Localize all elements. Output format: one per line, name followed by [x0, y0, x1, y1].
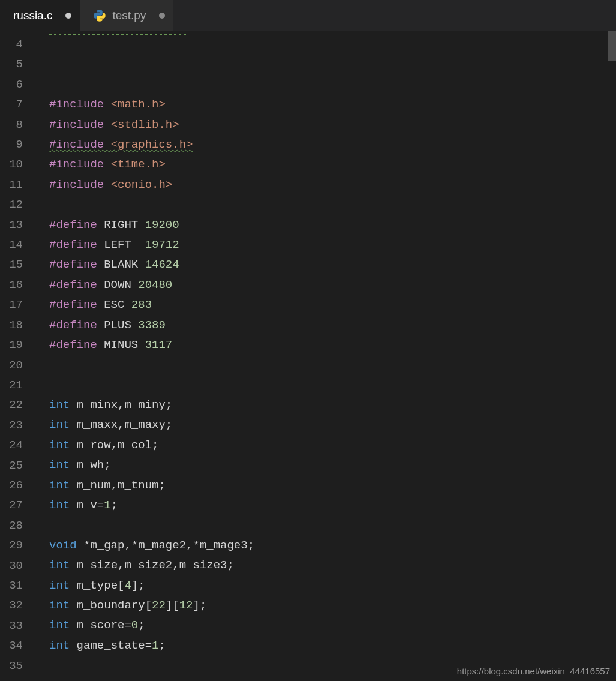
line-number: 29	[0, 536, 35, 556]
code-line[interactable]: #define ESC 283	[49, 295, 616, 315]
line-number: 22	[0, 395, 35, 415]
line-number: 28	[0, 516, 35, 536]
tab-russia-c[interactable]: russia.c	[0, 0, 80, 31]
line-number: 30	[0, 556, 35, 576]
line-number: 24	[0, 436, 35, 455]
line-number: 11	[0, 175, 35, 195]
line-number: 15	[0, 255, 35, 275]
line-number-gutter: 4567891011121314151617181920212223242526…	[0, 31, 35, 681]
line-number: 17	[0, 295, 35, 315]
line-number: 18	[0, 316, 35, 335]
code-line[interactable]: #define LEFT 19712	[49, 235, 616, 255]
code-line[interactable]: int m_num,m_tnum;	[49, 476, 616, 496]
code-line[interactable]	[49, 376, 616, 395]
code-line[interactable]: int m_wh;	[49, 455, 616, 475]
tab-bar: russia.c test.py	[0, 0, 616, 31]
line-number: 7	[0, 95, 35, 115]
code-line[interactable]: int m_v=1;	[49, 496, 616, 515]
watermark-text: https://blog.csdn.net/weixin_44416557	[457, 666, 610, 676]
line-number: 5	[0, 55, 35, 74]
code-line[interactable]: #include <stdlib.h>	[49, 115, 616, 135]
line-number: 14	[0, 235, 35, 255]
line-number: 34	[0, 636, 35, 656]
code-line[interactable]	[49, 355, 616, 375]
line-number: 9	[0, 135, 35, 155]
line-number: 31	[0, 576, 35, 596]
code-line[interactable]: #define PLUS 3389	[49, 316, 616, 335]
squiggle-decoration	[49, 34, 188, 35]
line-number: 32	[0, 596, 35, 616]
code-line[interactable]: void *m_gap,*m_mage2,*m_mage3;	[49, 536, 616, 556]
code-line[interactable]	[49, 676, 616, 681]
line-number: 35	[0, 656, 35, 676]
code-line[interactable]: int m_minx,m_miny;	[49, 395, 616, 415]
line-number: 25	[0, 456, 35, 476]
code-line[interactable]: int m_row,m_col;	[49, 436, 616, 455]
code-line[interactable]	[49, 515, 616, 535]
code-line[interactable]: #include <time.h>	[49, 155, 616, 175]
code-line[interactable]: int m_maxx,m_maxy;	[49, 415, 616, 435]
line-number: 10	[0, 155, 35, 175]
code-line[interactable]: #define MINUS 3117	[49, 335, 616, 355]
editor[interactable]: 4567891011121314151617181920212223242526…	[0, 31, 616, 681]
code-line[interactable]: #include <math.h>	[49, 95, 616, 115]
code-line[interactable]: #include <conio.h>	[49, 175, 616, 195]
tab-label: russia.c	[13, 9, 52, 22]
code-line[interactable]: #define DOWN 20480	[49, 275, 616, 295]
code-line[interactable]: #define BLANK 14624	[49, 255, 616, 275]
line-number: 20	[0, 356, 35, 376]
modified-dot-icon	[159, 13, 165, 19]
line-number: 16	[0, 275, 35, 295]
code-line[interactable]: int m_type[4];	[49, 576, 616, 596]
code-line[interactable]: #define RIGHT 19200	[49, 215, 616, 235]
modified-dot-icon	[65, 13, 71, 19]
code-line[interactable]: int m_score=0;	[49, 616, 616, 635]
line-number: 19	[0, 335, 35, 355]
line-number: 23	[0, 416, 35, 436]
line-number: 13	[0, 215, 35, 235]
code-area[interactable]: #include <math.h>#include <stdlib.h>#inc…	[35, 31, 616, 681]
python-file-icon	[93, 9, 106, 22]
line-number: 12	[0, 195, 35, 215]
code-line[interactable]: int m_size,m_size2,m_size3;	[49, 556, 616, 575]
line-number: 6	[0, 75, 35, 95]
code-line[interactable]: #include <graphics.h>	[49, 135, 616, 155]
line-number: 33	[0, 616, 35, 636]
line-number: 8	[0, 115, 35, 135]
line-number: 4	[0, 35, 35, 55]
vertical-scrollbar[interactable]	[608, 31, 616, 61]
code-line[interactable]: int m_boundary[22][12];	[49, 596, 616, 616]
code-line[interactable]: int game_state=1;	[49, 636, 616, 656]
line-number: 26	[0, 476, 35, 496]
line-number: 27	[0, 496, 35, 515]
code-line[interactable]	[49, 195, 616, 215]
tab-label: test.py	[112, 9, 146, 22]
line-number: 21	[0, 376, 35, 395]
tab-test-py[interactable]: test.py	[80, 0, 173, 31]
